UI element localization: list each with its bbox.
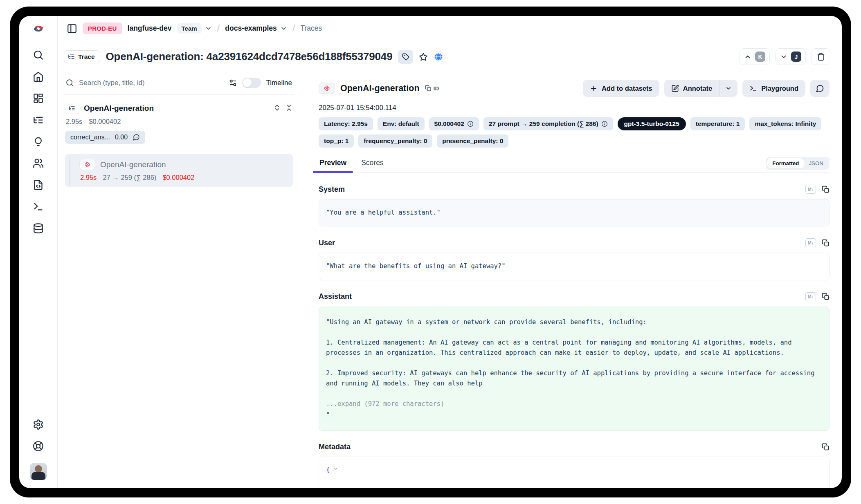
presence-penalty-badge: presence_penalty: 0 <box>437 134 508 148</box>
chevron-down-icon <box>280 25 287 32</box>
assistant-paragraph: 1. Centralized management: An AI gateway… <box>326 338 822 358</box>
info-icon[interactable] <box>601 121 608 127</box>
insights-lightbulb-icon[interactable] <box>33 136 44 148</box>
breadcrumb-traces[interactable]: Traces <box>300 24 322 33</box>
chevron-down-icon[interactable] <box>333 466 338 471</box>
markdown-toggle-icon[interactable]: M↓ <box>805 185 816 194</box>
delete-trace-button[interactable] <box>812 48 830 65</box>
assistant-message-content: "Using an AI gateway in a system or netw… <box>319 307 830 431</box>
breadcrumb-separator: / <box>292 22 295 34</box>
org-name[interactable]: langfuse-dev <box>128 24 172 33</box>
trace-type-label: Trace <box>78 53 95 60</box>
closing-quote: " <box>326 410 822 420</box>
playground-terminal-icon[interactable] <box>33 201 44 213</box>
langfuse-logo[interactable] <box>19 16 58 41</box>
tag-icon[interactable] <box>398 50 413 64</box>
project-dropdown[interactable]: docs-examples <box>225 24 287 33</box>
detail-tabs: Preview Scores Formatted JSON <box>319 157 830 173</box>
langfuse-app: PROD-EU langfuse-dev Team / docs-example… <box>19 16 842 488</box>
generation-name: OpenAI-generation <box>100 160 166 169</box>
settings-gear-icon[interactable] <box>33 419 44 430</box>
comment-bubble-icon <box>816 84 824 93</box>
filter-settings-icon[interactable] <box>229 78 237 87</box>
edit-pencil-icon <box>671 85 679 92</box>
tracing-icon[interactable] <box>33 114 44 126</box>
org-plan-dropdown[interactable]: Team <box>177 23 212 34</box>
observation-badges: Latency: 2.95s Env: default $0.000402 27… <box>319 117 830 148</box>
markdown-toggle-icon[interactable]: M↓ <box>805 238 816 247</box>
timeline-toggle[interactable] <box>242 78 261 88</box>
star-icon[interactable] <box>419 52 428 61</box>
previous-trace-button[interactable]: K <box>740 48 770 65</box>
comments-button[interactable] <box>810 80 830 97</box>
markdown-toggle-icon[interactable]: M↓ <box>805 292 816 301</box>
collapse-all-icon[interactable] <box>285 104 293 113</box>
annotate-dropdown-chevron[interactable] <box>719 80 737 97</box>
datasets-database-icon[interactable] <box>33 223 44 234</box>
info-icon[interactable] <box>467 121 474 127</box>
tab-scores[interactable]: Scores <box>360 159 384 172</box>
generation-latency: 2.95s <box>80 174 97 181</box>
dashboards-icon[interactable] <box>33 93 44 104</box>
home-icon[interactable] <box>33 71 44 83</box>
generation-cost: $0.000402 <box>162 174 194 181</box>
copy-icon[interactable] <box>822 239 830 247</box>
annotate-button[interactable]: Annotate <box>664 80 720 97</box>
list-tree-icon <box>69 105 75 112</box>
generation-clover-icon <box>84 161 91 168</box>
user-message-content: "What are the benefits of using an AI ga… <box>319 253 830 280</box>
env-badge: Env: default <box>378 117 425 130</box>
add-to-datasets-button[interactable]: Add to datasets <box>583 80 659 97</box>
search-input[interactable] <box>79 79 224 87</box>
comment-bubble-icon <box>133 134 140 141</box>
playground-button[interactable]: Playground <box>742 80 805 97</box>
format-toggle: Formatted JSON <box>766 157 830 170</box>
trace-node-badge <box>65 103 79 114</box>
tree-root-item[interactable]: OpenAI-generation <box>65 103 293 114</box>
metadata-content: { <box>319 457 830 488</box>
model-badge: gpt-3.5-turbo-0125 <box>618 117 686 130</box>
environment-badge[interactable]: PROD-EU <box>83 22 122 34</box>
tab-preview[interactable]: Preview <box>319 159 347 172</box>
score-badge[interactable]: correct_ans... 0.00 <box>65 131 145 144</box>
system-message-content: "You are a helpful assistant." <box>319 199 830 226</box>
user-avatar[interactable] <box>30 463 47 480</box>
metadata-label: Metadata <box>319 443 351 451</box>
expand-link[interactable]: ...expand (972 more characters) <box>326 399 822 409</box>
expand-all-icon[interactable] <box>273 104 281 113</box>
next-trace-button[interactable]: J <box>776 48 806 65</box>
keyboard-shortcut-j: J <box>791 52 801 62</box>
trace-header-bar: Trace OpenAI-generation: 4a2391624dcd747… <box>58 41 842 71</box>
chevron-down-icon <box>780 53 787 60</box>
format-formatted-option[interactable]: Formatted <box>767 158 804 168</box>
generation-tree-item-selected[interactable]: OpenAI-generation 2.95s 27 → 259 (∑ 286)… <box>65 154 293 187</box>
observation-title: OpenAI-generation <box>340 83 420 94</box>
generation-node-badge <box>319 83 335 94</box>
list-tree-icon <box>68 53 75 60</box>
score-value: 0.00 <box>115 134 128 141</box>
latency-badge: Latency: 2.95s <box>319 117 373 130</box>
support-lifebuoy-icon[interactable] <box>33 441 44 452</box>
keyboard-shortcut-k: K <box>755 52 765 62</box>
frequency-penalty-badge: frequency_penalty: 0 <box>358 134 432 148</box>
copy-icon[interactable] <box>822 443 830 451</box>
prompts-file-code-icon[interactable] <box>33 179 44 191</box>
cost-badge: $0.000402 <box>429 117 479 130</box>
copy-icon[interactable] <box>822 186 830 193</box>
json-brace[interactable]: { <box>326 465 330 475</box>
observation-detail-panel: OpenAI-generation ID Add to datasets <box>303 71 842 488</box>
format-json-option[interactable]: JSON <box>804 158 828 168</box>
chevron-up-icon <box>744 53 751 60</box>
sidebar-toggle-icon[interactable] <box>67 23 77 34</box>
user-label: User <box>319 239 335 247</box>
copy-icon <box>425 85 432 92</box>
generation-clover-icon <box>323 85 330 92</box>
users-icon[interactable] <box>33 158 44 169</box>
public-globe-icon[interactable] <box>434 52 443 62</box>
search-icon[interactable] <box>33 49 44 61</box>
nav-rail <box>19 41 58 488</box>
trace-tree-panel: Timeline OpenAI-generation <box>58 71 303 488</box>
copy-icon[interactable] <box>822 293 830 300</box>
chevron-down-icon <box>205 25 212 32</box>
copy-id-button[interactable]: ID <box>425 85 439 92</box>
